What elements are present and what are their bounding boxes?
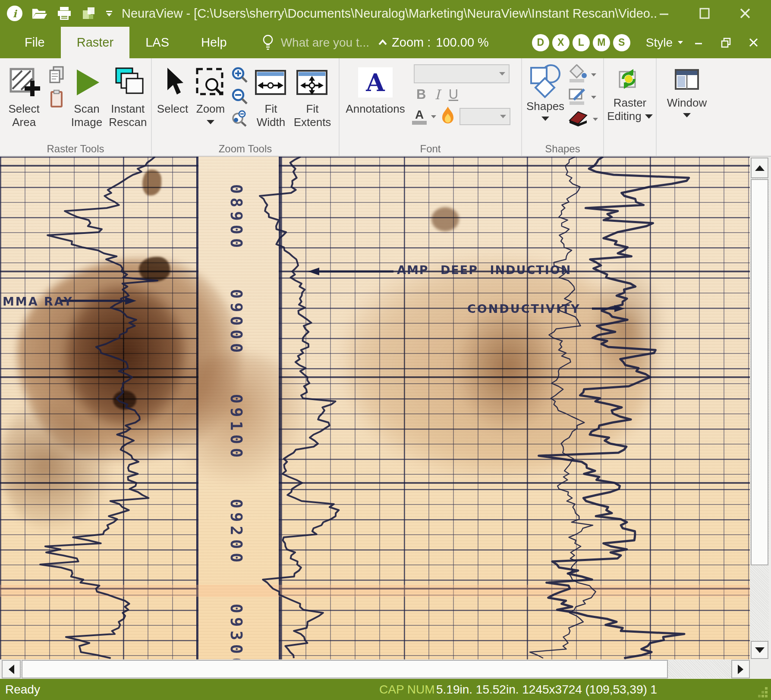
italic-button[interactable]: I	[434, 87, 440, 102]
select-area-icon	[6, 63, 42, 102]
minimize-button[interactable]	[656, 6, 672, 21]
status-ready: Ready	[5, 683, 40, 697]
underline-button[interactable]: U	[449, 87, 458, 102]
select-area-button[interactable]: Select Area	[2, 61, 46, 143]
eraser-dropdown-icon[interactable]	[593, 118, 598, 121]
window-controls	[656, 6, 771, 21]
group-raster-editing: Raster Editing	[604, 58, 657, 156]
depth-label-09200: 09200	[227, 499, 245, 566]
app-info-icon[interactable]: i	[7, 6, 22, 21]
font-color-button[interactable]: A	[412, 109, 427, 125]
group-label-shapes: Shapes	[522, 143, 603, 155]
burn-annotations-button[interactable]	[441, 106, 455, 127]
ribbon-tab-row: File Raster LAS Help What are you t... Z…	[0, 27, 771, 58]
flame-icon	[441, 106, 455, 126]
horizontal-scrollbar[interactable]	[0, 659, 771, 679]
eraser-icon	[567, 109, 589, 127]
scroll-left-button[interactable]	[2, 660, 21, 678]
shape-fill-button[interactable]	[567, 64, 588, 85]
window-label: Window	[667, 96, 707, 110]
zoom-previous-button[interactable]	[230, 108, 250, 128]
app-icon-x[interactable]: X	[552, 34, 570, 51]
zoom-dropdown-icon[interactable]	[207, 120, 214, 124]
instant-rescan-label-1: Instant	[111, 102, 145, 116]
font-size-combo[interactable]	[459, 108, 510, 125]
depth-label-09000: 09000	[227, 289, 245, 356]
raster-editing-dropdown-icon	[645, 114, 653, 119]
maximize-button[interactable]	[697, 6, 712, 21]
tab-file[interactable]: File	[9, 27, 61, 58]
shape-outline-dropdown-icon[interactable]	[591, 96, 596, 99]
close-button[interactable]	[737, 6, 753, 21]
tab-las[interactable]: LAS	[129, 27, 185, 58]
instant-rescan-icon	[110, 63, 145, 102]
window-menu-button[interactable]: Window	[659, 61, 715, 143]
chevron-down-icon	[678, 41, 683, 44]
shapes-dropdown-icon[interactable]	[541, 117, 549, 121]
hscroll-thumb[interactable]	[22, 660, 668, 678]
vertical-scrollbar[interactable]	[750, 157, 769, 659]
zoom-select-icon	[194, 63, 227, 102]
status-capnum: CAP NUM	[379, 683, 435, 697]
app-icon-l[interactable]: L	[573, 34, 590, 51]
font-name-combo[interactable]	[414, 64, 510, 83]
fit-extents-label-1: Fit	[306, 102, 319, 116]
scroll-up-button[interactable]	[751, 158, 768, 178]
fit-width-icon	[254, 63, 288, 102]
group-label-raster-tools: Raster Tools	[0, 143, 151, 155]
instant-rescan-button[interactable]: Instant Rescan	[107, 61, 149, 143]
qat-customize-icon[interactable]	[106, 11, 112, 16]
copy-button[interactable]	[46, 65, 67, 85]
raster-editing-label-2: Editing	[607, 110, 653, 123]
group-window: Window	[657, 58, 717, 156]
zoom-previous-icon	[230, 109, 249, 128]
raster-editing-button[interactable]: Raster Editing	[606, 61, 654, 143]
print-icon[interactable]	[56, 5, 72, 22]
open-file-icon[interactable]	[31, 5, 47, 22]
vscroll-thumb[interactable]	[751, 179, 768, 565]
scroll-down-button[interactable]	[751, 641, 768, 659]
log-canvas[interactable]: MMA RAY AMP DEEP INDUCTION CONDUCTIVITY …	[0, 157, 750, 659]
scroll-right-button[interactable]	[731, 660, 750, 678]
scan-image-label-1: Scan	[74, 102, 99, 116]
app-icon-m[interactable]: M	[593, 34, 610, 51]
style-menu[interactable]: Style	[646, 27, 683, 58]
zoom-tool-button[interactable]: Zoom	[192, 61, 230, 143]
fit-width-button[interactable]: Fit Width	[250, 61, 292, 143]
paste-button[interactable]	[46, 88, 67, 108]
collapse-ribbon-icon[interactable]	[377, 27, 388, 58]
depth-label-09300: 09300	[227, 604, 245, 659]
tell-me-search[interactable]: What are you t...	[261, 27, 369, 58]
app-icon-d[interactable]: D	[532, 34, 549, 51]
annotations-button[interactable]: A Annotations	[341, 61, 409, 143]
shape-outline-button[interactable]	[567, 87, 588, 107]
doc-minimize-button[interactable]	[694, 38, 704, 47]
clipboard-buttons	[46, 61, 67, 108]
select-area-label-2: Area	[12, 116, 36, 129]
tab-help[interactable]: Help	[185, 27, 243, 58]
resize-grip[interactable]	[758, 687, 768, 697]
zoom-out-button[interactable]	[230, 87, 250, 107]
zoom-in-button[interactable]	[230, 65, 250, 85]
doc-restore-button[interactable]	[721, 38, 731, 48]
outline-pencil-icon	[567, 87, 588, 106]
shape-fill-dropdown-icon[interactable]	[591, 73, 596, 76]
font-color-dropdown-icon[interactable]	[431, 115, 436, 118]
doc-close-button[interactable]	[749, 38, 759, 48]
shapes-button[interactable]: Shapes	[524, 61, 567, 143]
triangle-down-icon	[755, 647, 765, 653]
fit-extents-button[interactable]: Fit Extents	[292, 61, 333, 143]
group-label-font: Font	[340, 143, 521, 155]
bold-button[interactable]: B	[416, 87, 426, 102]
scan-image-button[interactable]: Scan Image	[67, 61, 106, 143]
tab-raster[interactable]: Raster	[61, 27, 129, 58]
group-shapes: Shapes	[522, 58, 604, 156]
export-icon[interactable]	[81, 5, 98, 22]
depth-label-08900: 08900	[227, 184, 245, 252]
app-icon-s[interactable]: S	[613, 34, 630, 51]
eraser-button[interactable]	[567, 109, 589, 129]
select-tool-button[interactable]: Select	[154, 61, 192, 143]
induction-label: AMP DEEP INDUCTION	[397, 263, 571, 277]
group-zoom-tools: Select Zoom	[152, 58, 340, 156]
fill-bucket-icon	[567, 64, 588, 83]
